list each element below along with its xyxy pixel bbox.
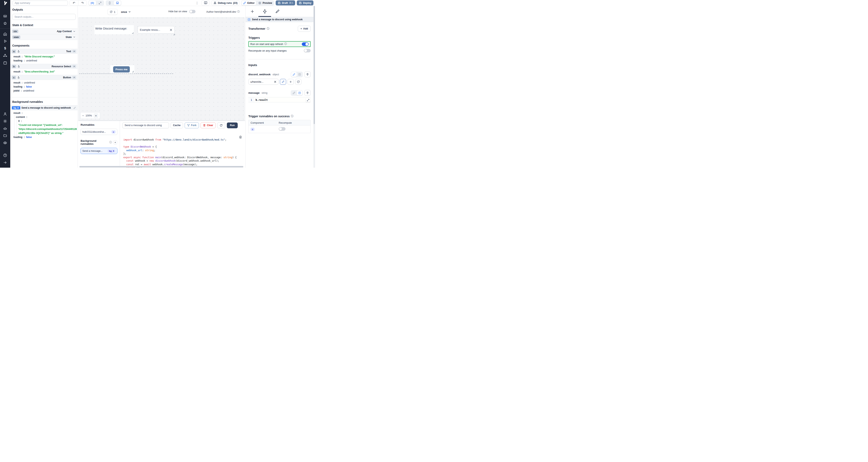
component-b-header[interactable]: b Resource Select bbox=[10, 64, 78, 69]
resize-handle[interactable] bbox=[174, 34, 175, 35]
connect-plug-button[interactable] bbox=[304, 90, 311, 96]
runnable-item-selected[interactable]: Send a message... bg_0 bbox=[81, 148, 117, 154]
collapse-button[interactable] bbox=[72, 65, 76, 68]
add-transformer-button[interactable]: + Add bbox=[298, 26, 311, 32]
workers-robot-icon[interactable] bbox=[0, 125, 10, 132]
zoom-in-button[interactable]: + bbox=[94, 113, 98, 118]
undo-button[interactable]: ↶ bbox=[70, 1, 78, 5]
state-row[interactable]: state State bbox=[10, 34, 78, 40]
zoom-out-button[interactable]: − bbox=[82, 114, 84, 117]
fork-button[interactable]: Fork bbox=[185, 123, 199, 128]
edit-pencil-icon[interactable] bbox=[73, 107, 76, 109]
deploy-button[interactable]: Deploy bbox=[297, 0, 313, 5]
expand-editor-icon[interactable] bbox=[306, 98, 310, 102]
run-on-start-toggle[interactable] bbox=[302, 42, 309, 46]
help-icon[interactable] bbox=[0, 152, 10, 159]
debug-runs-button[interactable]: Debug runs (23) bbox=[211, 0, 240, 5]
variables-icon[interactable]: $ bbox=[0, 45, 10, 52]
component-a-type: Text bbox=[66, 50, 71, 53]
clear-button[interactable]: Clear bbox=[200, 123, 216, 128]
tab-styling[interactable] bbox=[275, 9, 280, 14]
folders-icon[interactable] bbox=[0, 132, 10, 139]
refresh-interval-dropdown[interactable]: once bbox=[121, 9, 131, 15]
expression-code: b.result bbox=[254, 97, 311, 102]
canvas-resource-select[interactable]: Example resou... bbox=[137, 26, 175, 34]
more-menu-button[interactable]: ⋮ bbox=[194, 1, 200, 5]
app-canvas[interactable]: Write Discord message: Example resou... … bbox=[79, 18, 245, 121]
chevron-up-icon bbox=[73, 50, 75, 53]
mobile-view-button[interactable] bbox=[106, 1, 113, 5]
redo-button[interactable]: ↷ bbox=[78, 1, 87, 5]
tab-component-settings[interactable] bbox=[262, 9, 268, 14]
field-discord-webhook: discord_webhook bbox=[248, 73, 271, 76]
home-icon[interactable] bbox=[0, 30, 10, 38]
run-button[interactable]: Run bbox=[227, 123, 238, 128]
add-background-runnable-button[interactable]: + bbox=[113, 140, 117, 144]
runnables-editor-panel: Runnables hub/1511/discord/se... c Backg… bbox=[78, 121, 245, 168]
function-icon bbox=[298, 73, 301, 76]
edit-resource-button[interactable] bbox=[280, 79, 286, 85]
component-a-header[interactable]: a Text bbox=[10, 49, 78, 54]
app-summary-input[interactable] bbox=[12, 1, 68, 5]
static-mode-button[interactable] bbox=[291, 72, 297, 77]
runs-icon[interactable] bbox=[0, 38, 10, 45]
eval-mode-button[interactable] bbox=[297, 72, 302, 77]
tab-editor[interactable]: Editor bbox=[242, 1, 256, 5]
canvas-zoom-control: − 100% + bbox=[81, 112, 100, 119]
user-icon[interactable] bbox=[0, 110, 10, 118]
refresh-resource-button[interactable] bbox=[295, 79, 301, 85]
tab-insert-component[interactable] bbox=[250, 9, 255, 14]
canvas-button-cell[interactable]: Press me bbox=[110, 65, 134, 73]
pencil-icon bbox=[292, 73, 296, 76]
runnable-item[interactable]: hub/1511/discord/se... c bbox=[81, 129, 117, 135]
favorites-star-icon[interactable] bbox=[0, 20, 10, 27]
collapse-button[interactable] bbox=[72, 50, 76, 53]
refresh-count-button[interactable]: 1 bbox=[107, 9, 118, 15]
scrollbar-thumb[interactable] bbox=[314, 6, 315, 124]
collapse-button[interactable] bbox=[72, 76, 76, 79]
connect-plug-button[interactable] bbox=[304, 71, 311, 77]
clear-resource-icon[interactable] bbox=[274, 80, 277, 83]
message-expression-editor[interactable]: 1 b.result bbox=[248, 97, 311, 102]
resources-icon[interactable] bbox=[0, 52, 10, 59]
reload-script-button[interactable] bbox=[217, 123, 225, 128]
eval-mode-button[interactable] bbox=[297, 91, 302, 95]
resize-handle[interactable] bbox=[132, 71, 134, 72]
apps-icon[interactable] bbox=[0, 12, 10, 20]
fullscreen-button[interactable] bbox=[96, 1, 104, 5]
audit-eye-icon[interactable] bbox=[0, 139, 10, 146]
center-layout-button[interactable]: |0| bbox=[89, 1, 96, 5]
copy-code-icon[interactable] bbox=[221, 132, 242, 143]
kv-row: "Could not interpret "{'webhook_url': bbox=[10, 123, 78, 127]
recompute-c-toggle[interactable] bbox=[279, 127, 285, 131]
desktop-view-button[interactable] bbox=[114, 1, 121, 5]
expand-sidebar-icon[interactable] bbox=[0, 159, 10, 166]
cache-button[interactable]: Cache bbox=[170, 123, 183, 128]
settings-gear-icon[interactable] bbox=[0, 118, 10, 125]
static-mode-button[interactable] bbox=[291, 91, 297, 95]
code-area[interactable]: import discordwebhook from "https://deno… bbox=[120, 130, 245, 168]
draft-button[interactable]: Draft ⌘S bbox=[276, 0, 295, 5]
horizontal-scrollbar[interactable] bbox=[80, 166, 243, 167]
clear-selection-icon[interactable] bbox=[169, 29, 173, 31]
runnable-badge: c bbox=[112, 130, 116, 134]
tab-preview[interactable]: Preview bbox=[256, 1, 274, 5]
add-resource-button[interactable] bbox=[287, 79, 294, 85]
canvas-text-component[interactable]: Write Discord message: bbox=[94, 25, 134, 34]
search-outputs-input[interactable] bbox=[12, 14, 76, 20]
hide-bar-toggle[interactable] bbox=[189, 10, 195, 13]
schedules-icon[interactable] bbox=[0, 59, 10, 66]
docs-button[interactable] bbox=[201, 0, 210, 5]
resize-handle[interactable] bbox=[132, 32, 133, 34]
window-scrollbar[interactable] bbox=[313, 6, 315, 168]
ctx-row[interactable]: ctx App Context bbox=[10, 28, 78, 34]
bg0-header[interactable]: bg_0 Send a message to discord using web… bbox=[10, 105, 78, 110]
kv-row: loading:undefined bbox=[10, 59, 78, 63]
canvas-press-me-button[interactable]: Press me bbox=[113, 66, 130, 72]
kv-row: loading:false bbox=[10, 135, 78, 139]
component-c-header[interactable]: c Button bbox=[10, 75, 78, 80]
recompute-toggle[interactable] bbox=[304, 49, 311, 53]
script-name-input[interactable] bbox=[122, 123, 169, 128]
fullscreen-icon bbox=[98, 1, 102, 5]
resource-picker[interactable]: u/henri/te... bbox=[248, 79, 278, 85]
